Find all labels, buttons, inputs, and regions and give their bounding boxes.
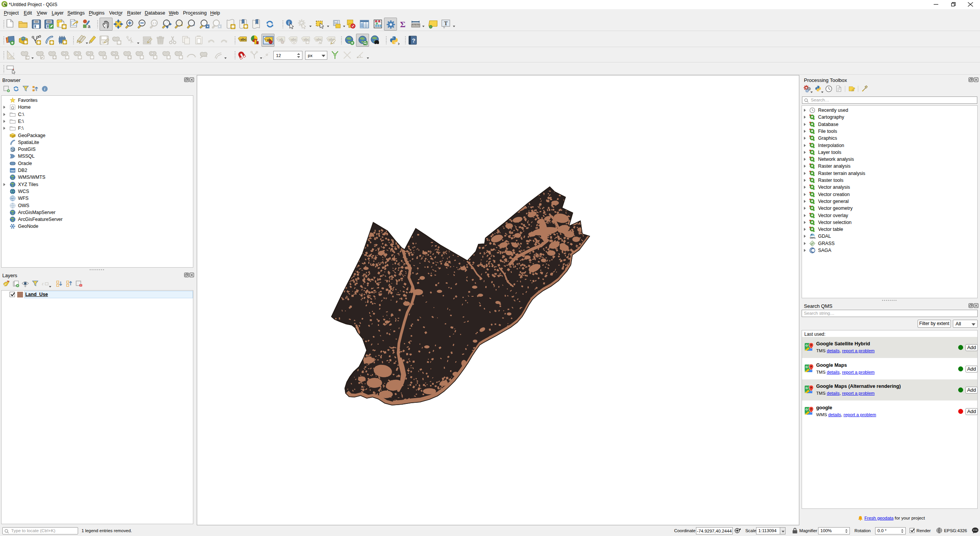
svg-text:G: G [805, 365, 808, 369]
svg-text:ε: ε [42, 281, 44, 286]
svg-text:a: a [88, 23, 91, 29]
svg-text:V: V [11, 197, 13, 200]
svg-text:abc: abc [240, 38, 247, 41]
svg-text:G: G [805, 344, 808, 347]
svg-text:abc: abc [291, 38, 297, 41]
svg-text:G: G [805, 386, 808, 390]
svg-text:1:1: 1:1 [152, 21, 157, 25]
svg-text:GDAL: GDAL [810, 237, 816, 239]
svg-text:Σ: Σ [400, 20, 405, 29]
svg-text:G: G [805, 408, 808, 411]
svg-text:DB2: DB2 [11, 170, 15, 172]
svg-text:?: ? [412, 37, 415, 44]
svg-text:T: T [444, 21, 448, 26]
svg-text:i: i [44, 87, 45, 91]
